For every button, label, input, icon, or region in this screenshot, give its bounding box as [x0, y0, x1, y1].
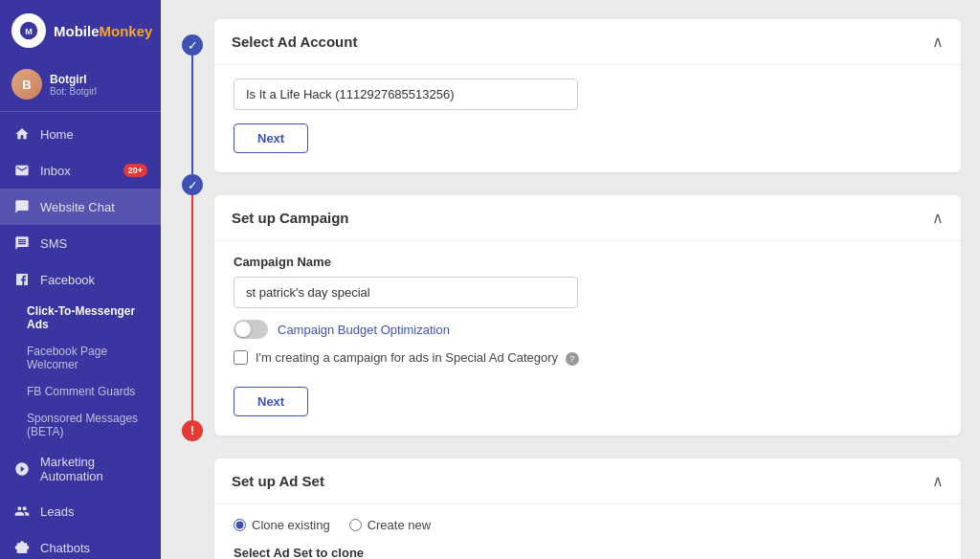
sidebar-item-facebook[interactable]: Facebook — [0, 261, 161, 298]
create-new-label: Create new — [368, 518, 431, 532]
website-chat-label: Website Chat — [40, 200, 115, 214]
step2-body: Campaign Name Campaign Budget Optimizati… — [214, 240, 961, 436]
clone-existing-label: Clone existing — [252, 518, 330, 532]
step3-collapse-icon: ∧ — [932, 472, 944, 490]
budget-optimization-row: Campaign Budget Optimization — [234, 320, 942, 339]
sms-label: SMS — [40, 236, 67, 251]
inbox-label: Inbox — [40, 164, 71, 178]
svg-text:M: M — [25, 27, 33, 36]
facebook-page-welcomer-label: Facebook Page Welcomer — [27, 345, 147, 371]
user-bot: Bot: Botgirl — [50, 86, 97, 97]
brand-highlight: Monkey — [100, 23, 153, 39]
marketing-automation-label: Marketing Automation — [40, 455, 147, 483]
step3-error-dot: ! — [182, 420, 203, 441]
create-new-radio[interactable] — [349, 519, 362, 531]
step2-header[interactable]: Set up Campaign ∧ — [214, 195, 961, 240]
step3-title: Set up Ad Set — [232, 473, 324, 489]
steps-column: Select Ad Account ∧ Next — [205, 19, 961, 559]
app-layout: M MobileMonkey B Botgirl Bot: Botgirl Ho… — [0, 0, 980, 559]
step1-line — [191, 56, 193, 174]
clone-existing-option[interactable]: Clone existing — [234, 518, 330, 532]
sidebar-item-inbox[interactable]: Inbox 20+ — [0, 152, 161, 189]
sidebar-sub-click-to-messenger[interactable]: Click-To-Messenger Ads — [0, 298, 161, 338]
budget-optimization-toggle[interactable] — [234, 320, 268, 339]
step1-title: Select Ad Account — [232, 34, 357, 50]
step1-container: Select Ad Account ∧ Next — [214, 19, 961, 172]
timeline-column: ✓ ✓ ! — [180, 19, 205, 559]
step3-body: Clone existing Create new Select Ad Set … — [214, 503, 961, 559]
avatar: B — [11, 69, 42, 100]
leads-label: Leads — [40, 504, 74, 519]
sidebar-nav: Home Inbox 20+ Website Chat SMS — [0, 112, 161, 559]
user-info: Botgirl Bot: Botgirl — [50, 73, 97, 97]
clone-create-row: Clone existing Create new — [234, 518, 942, 532]
step2-check: ✓ — [182, 174, 203, 195]
toggle-knob — [235, 322, 251, 337]
step2-title: Set up Campaign — [232, 210, 349, 226]
step2-next-button[interactable]: Next — [234, 387, 308, 416]
ad-account-input[interactable] — [234, 78, 578, 110]
budget-optimization-label: Campaign Budget Optimization — [278, 323, 450, 337]
chatbots-label: Chatbots — [40, 541, 90, 555]
click-to-messenger-label: Click-To-Messenger Ads — [27, 304, 147, 331]
sidebar-item-marketing-automation[interactable]: Marketing Automation — [0, 445, 161, 493]
step3-header[interactable]: Set up Ad Set ∧ — [214, 458, 961, 503]
steps-timeline-wrapper: ✓ ✓ ! Select Ad Account ∧ — [180, 19, 961, 559]
automation-icon — [13, 460, 31, 478]
special-ad-category-checkbox[interactable] — [234, 350, 248, 365]
sidebar-sub-facebook-page-welcomer[interactable]: Facebook Page Welcomer — [0, 338, 161, 378]
sidebar-item-home[interactable]: Home — [0, 116, 161, 152]
avatar-image: B — [11, 69, 42, 100]
facebook-icon — [13, 271, 31, 288]
step1-header[interactable]: Select Ad Account ∧ — [214, 19, 961, 64]
select-ad-set-label: Select Ad Set to clone — [234, 546, 942, 559]
inbox-badge: 20+ — [123, 164, 147, 177]
brand-name: MobileMonkey — [54, 23, 152, 39]
main-content: ✓ ✓ ! Select Ad Account ∧ — [161, 0, 980, 559]
user-profile[interactable]: B Botgirl Bot: Botgirl — [0, 61, 161, 112]
chatbots-icon — [13, 539, 31, 556]
step1-body: Next — [214, 64, 961, 172]
sidebar-item-chatbots[interactable]: Chatbots — [0, 529, 161, 559]
step2-collapse-icon: ∧ — [932, 209, 944, 227]
sidebar-header: M MobileMonkey — [0, 0, 161, 61]
sidebar-item-leads[interactable]: Leads — [0, 493, 161, 529]
sidebar-sub-sponsored-messages[interactable]: Sponsored Messages (BETA) — [0, 405, 161, 445]
sidebar-item-sms[interactable]: SMS — [0, 225, 161, 261]
facebook-label: Facebook — [40, 273, 95, 287]
sms-icon — [13, 235, 31, 252]
step2-header-left: Set up Campaign — [232, 210, 349, 226]
logo-icon: M — [11, 13, 46, 48]
sidebar-sub-fb-comment-guards[interactable]: FB Comment Guards — [0, 378, 161, 405]
step3-header-left: Set up Ad Set — [232, 473, 324, 489]
step3-container: Set up Ad Set ∧ Clone existing — [214, 458, 961, 559]
fb-comment-guards-label: FB Comment Guards — [27, 385, 135, 398]
step2-line — [191, 195, 193, 420]
leads-icon — [13, 503, 31, 520]
step1-header-left: Select Ad Account — [232, 34, 357, 50]
clone-existing-radio[interactable] — [234, 519, 246, 531]
step2-container: Set up Campaign ∧ Campaign Name Campaign — [214, 195, 961, 436]
sponsored-messages-label: Sponsored Messages (BETA) — [27, 412, 147, 438]
special-ad-category-row: I'm creating a campaign for ads in Speci… — [234, 350, 942, 366]
step1-next-button[interactable]: Next — [234, 123, 308, 153]
step1-collapse-icon: ∧ — [932, 33, 944, 51]
home-label: Home — [40, 127, 74, 142]
info-icon: ? — [566, 352, 579, 366]
home-icon — [13, 125, 31, 143]
chat-icon — [13, 198, 31, 215]
special-ad-category-label: I'm creating a campaign for ads in Speci… — [256, 350, 579, 366]
create-new-option[interactable]: Create new — [349, 518, 431, 532]
sidebar-item-website-chat[interactable]: Website Chat — [0, 189, 161, 225]
user-name: Botgirl — [50, 73, 97, 86]
campaign-name-input[interactable] — [234, 277, 578, 308]
sidebar: M MobileMonkey B Botgirl Bot: Botgirl Ho… — [0, 0, 161, 559]
step1-check: ✓ — [182, 34, 203, 56]
campaign-name-label: Campaign Name — [234, 255, 942, 269]
inbox-icon — [13, 162, 31, 179]
